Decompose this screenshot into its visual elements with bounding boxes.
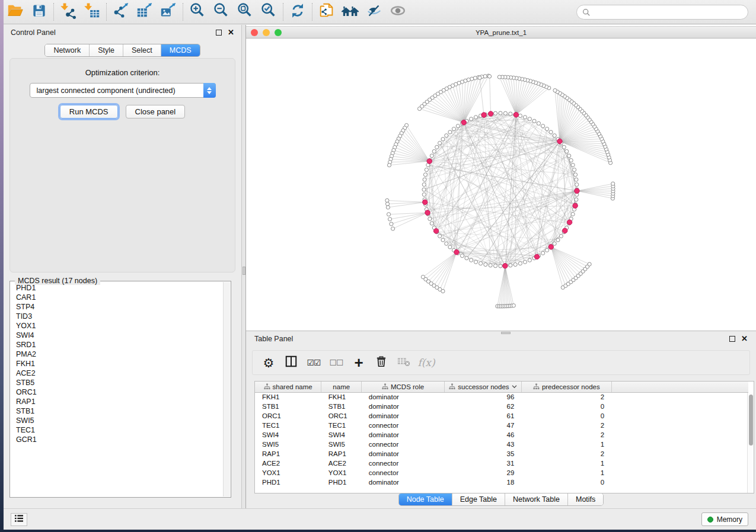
list-item[interactable]: RAP1	[12, 397, 222, 406]
graph-node[interactable]	[571, 212, 575, 216]
table-row[interactable]: FKH1FKH1dominator962	[255, 392, 748, 402]
graph-node[interactable]	[518, 262, 522, 265]
graph-node[interactable]	[385, 202, 389, 206]
graph-hub-node[interactable]	[423, 200, 428, 204]
graph-node[interactable]	[556, 238, 560, 242]
graph-node[interactable]	[611, 182, 615, 185]
graph-node[interactable]	[438, 141, 442, 145]
column-header-shared-name[interactable]: shared name	[255, 382, 321, 392]
graph-node[interactable]	[499, 264, 502, 268]
list-item[interactable]: CAR1	[12, 293, 222, 302]
graph-node[interactable]	[489, 264, 492, 267]
list-item[interactable]: SRD1	[12, 340, 222, 350]
close-traffic-light[interactable]	[251, 29, 258, 36]
select-all-rows-button[interactable]: ☑☑	[304, 352, 324, 373]
zoom-fit-button[interactable]	[233, 1, 257, 23]
graph-node[interactable]	[388, 217, 391, 221]
graph-node[interactable]	[545, 248, 548, 252]
graph-node[interactable]	[417, 107, 421, 110]
graph-hub-node[interactable]	[563, 228, 567, 233]
export-table-button[interactable]	[133, 1, 157, 23]
delete-table-button[interactable]	[394, 352, 414, 373]
graph-node[interactable]	[441, 238, 445, 242]
graph-node[interactable]	[441, 137, 445, 141]
horizontal-splitter-handle[interactable]	[501, 332, 511, 334]
graph-node[interactable]	[575, 198, 578, 201]
zoom-out-button[interactable]	[209, 1, 233, 23]
table-row[interactable]: ORC1ORC1dominator610	[255, 411, 748, 421]
graph-node[interactable]	[474, 116, 477, 119]
graph-node[interactable]	[553, 242, 556, 245]
graph-node[interactable]	[470, 117, 473, 121]
graph-hub-node[interactable]	[488, 111, 493, 116]
graph-node[interactable]	[549, 130, 553, 134]
houses-button[interactable]	[339, 1, 362, 23]
add-column-button[interactable]: +	[349, 352, 369, 373]
graph-node[interactable]	[575, 178, 578, 181]
tab-motifs[interactable]: Motifs	[568, 493, 603, 505]
graph-hub-node[interactable]	[503, 264, 508, 268]
show-all-button[interactable]	[386, 1, 410, 23]
graph-node[interactable]	[541, 251, 545, 255]
graph-node[interactable]	[569, 159, 573, 162]
graph-hub-node[interactable]	[481, 113, 486, 117]
minimize-traffic-light[interactable]	[263, 29, 270, 36]
graph-node[interactable]	[423, 173, 427, 177]
list-item[interactable]: ORC1	[12, 387, 222, 397]
list-item[interactable]: TEC1	[12, 425, 222, 435]
graph-node[interactable]	[430, 154, 433, 158]
graph-node[interactable]	[545, 127, 548, 131]
list-item[interactable]: SWI4	[12, 331, 222, 340]
table-row[interactable]: TEC1TEC1connector472	[255, 421, 748, 430]
graph-node[interactable]	[573, 168, 576, 172]
close-icon[interactable]: ✕	[741, 336, 748, 342]
vertical-splitter[interactable]	[241, 25, 246, 508]
table-row[interactable]: YOX1YOX1connector291	[255, 468, 748, 477]
graph-node[interactable]	[573, 173, 577, 177]
graph-node[interactable]	[541, 124, 545, 128]
graph-node[interactable]	[432, 149, 436, 153]
list-item[interactable]: ACE2	[12, 368, 222, 378]
graph-hub-node[interactable]	[567, 220, 572, 225]
graph-node[interactable]	[390, 222, 393, 226]
graph-node[interactable]	[518, 114, 522, 117]
graph-node[interactable]	[387, 213, 390, 216]
graph-node[interactable]	[562, 145, 566, 149]
table-row[interactable]: PHD1PHD1dominator180	[255, 477, 748, 487]
list-item[interactable]: FKH1	[12, 359, 222, 368]
graph-node[interactable]	[430, 222, 433, 225]
graph-node[interactable]	[499, 111, 502, 115]
graph-node[interactable]	[456, 124, 460, 128]
table-scrollbar[interactable]	[747, 393, 754, 493]
close-panel-button[interactable]: Close panel	[126, 105, 186, 118]
close-icon[interactable]: ✕	[228, 30, 234, 36]
graph-node[interactable]	[487, 75, 491, 78]
open-session-button[interactable]	[4, 1, 27, 23]
tab-network[interactable]: Network	[45, 44, 90, 56]
graph-node[interactable]	[532, 119, 536, 123]
show-columns-button[interactable]	[281, 352, 301, 373]
graph-node[interactable]	[528, 258, 531, 262]
table-settings-button[interactable]: ⚙	[259, 352, 279, 373]
graph-node[interactable]	[553, 134, 556, 137]
graph-node[interactable]	[513, 262, 517, 266]
graph-node[interactable]	[460, 254, 464, 258]
graph-node[interactable]	[385, 198, 389, 202]
graph-node[interactable]	[386, 206, 390, 209]
graph-node[interactable]	[497, 75, 501, 79]
tab-node-table[interactable]: Node Table	[399, 493, 452, 505]
list-item[interactable]: STB5	[12, 378, 222, 387]
table-row[interactable]: SWI5SWI5connector431	[255, 440, 748, 449]
search-input[interactable]	[594, 8, 748, 17]
tab-network-table[interactable]: Network Table	[505, 493, 568, 505]
save-session-button[interactable]	[27, 1, 51, 23]
graph-hub-node[interactable]	[425, 210, 430, 215]
graph-node[interactable]	[493, 111, 497, 115]
refresh-layout-button[interactable]	[286, 1, 310, 23]
tab-style[interactable]: Style	[90, 44, 123, 56]
criterion-dropdown[interactable]: largest connected component (undirected)	[30, 83, 216, 98]
graph-hub-node[interactable]	[573, 203, 578, 208]
deselect-all-rows-button[interactable]: ☐☐	[326, 352, 346, 373]
run-mcds-button[interactable]: Run MCDS	[60, 105, 118, 118]
graph-hub-node[interactable]	[461, 120, 466, 125]
